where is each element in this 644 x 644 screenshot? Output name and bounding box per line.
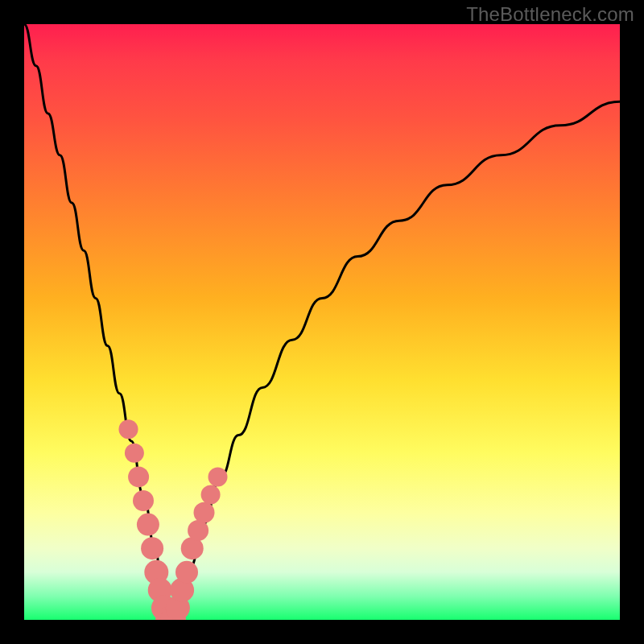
watermark-label: TheBottleneck.com xyxy=(466,3,634,26)
marker-dot xyxy=(133,490,154,511)
marker-dot xyxy=(141,537,163,559)
curve-line xyxy=(24,24,620,620)
chart-svg xyxy=(24,24,620,620)
marker-dot xyxy=(201,485,221,505)
chart-frame: TheBottleneck.com xyxy=(0,0,644,644)
marker-dot xyxy=(128,466,149,487)
marker-dot xyxy=(208,467,228,486)
marker-dot xyxy=(125,444,144,463)
marker-dot xyxy=(194,502,215,523)
plot-area xyxy=(24,24,620,620)
marker-dot xyxy=(188,520,208,541)
marker-dot xyxy=(175,561,198,584)
marker-dot xyxy=(119,419,138,439)
bottleneck-curve-path xyxy=(24,24,620,620)
marker-dot xyxy=(137,514,159,536)
marker-cluster xyxy=(119,419,228,620)
